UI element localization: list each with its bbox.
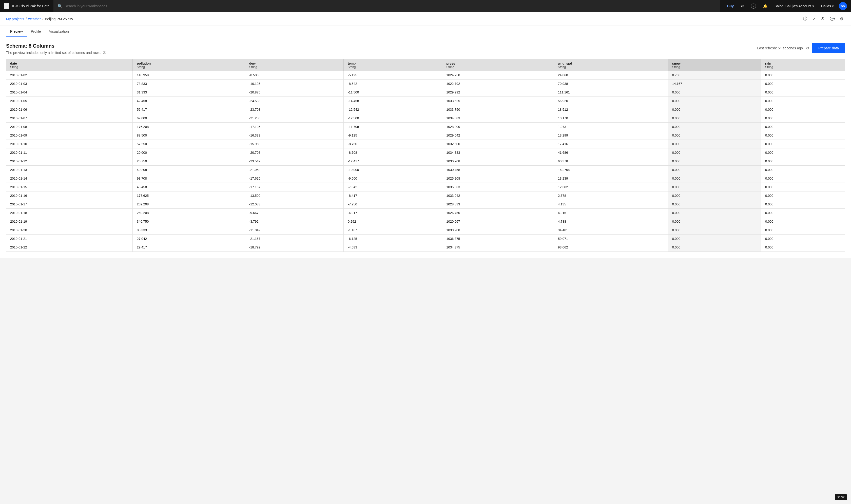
hamburger-menu[interactable]: ☰ — [4, 3, 9, 10]
buy-button[interactable]: Buy — [724, 0, 737, 12]
table-cell: 88.500 — [133, 131, 245, 140]
table-cell: -9.667 — [245, 209, 343, 217]
settings-button[interactable]: ⚙ — [838, 15, 845, 22]
table-cell: 0.000 — [668, 217, 761, 226]
table-cell: 93.062 — [554, 243, 668, 252]
table-cell: 0.000 — [761, 105, 845, 114]
table-cell: 1030.708 — [442, 157, 554, 166]
region-button[interactable]: Dallas ▾ — [818, 0, 837, 12]
table-cell: 0.000 — [761, 243, 845, 252]
table-row: 2010-01-17209.208-12.083-7.2501028.8334.… — [6, 200, 845, 209]
help-icon: ? — [751, 3, 756, 8]
table-cell: -1.167 — [344, 226, 442, 235]
transfer-icon-button[interactable]: ⇄ — [738, 0, 747, 12]
avatar[interactable]: SS — [839, 2, 847, 10]
table-cell: 2010-01-15 — [6, 183, 133, 192]
table-cell: 41.686 — [554, 148, 668, 157]
table-cell: 85.333 — [133, 226, 245, 235]
breadcrumb-actions: ⓘ ↗ ⏱ 💬 ⚙ — [802, 15, 845, 22]
table-row: 2010-01-0656.417-23.708-12.5421033.75018… — [6, 105, 845, 114]
table-cell: 2010-01-20 — [6, 226, 133, 235]
history-button[interactable]: ⏱ — [819, 16, 826, 22]
table-cell: 0.000 — [761, 97, 845, 105]
table-cell: -12.083 — [245, 200, 343, 209]
table-cell: -9.500 — [344, 174, 442, 183]
table-row: 2010-01-19340.750-3.7920.2921020.6674.78… — [6, 217, 845, 226]
table-cell: 2010-01-21 — [6, 235, 133, 243]
table-cell: -23.542 — [245, 157, 343, 166]
breadcrumb-my-projects[interactable]: My projects — [6, 17, 24, 21]
table-cell: 1022.792 — [442, 79, 554, 88]
table-cell: 20.750 — [133, 157, 245, 166]
table-cell: 145.958 — [133, 71, 245, 79]
table-cell: -23.708 — [245, 105, 343, 114]
notifications-button[interactable]: 🔔 — [760, 0, 771, 12]
table-cell: 29.417 — [133, 243, 245, 252]
table-cell: 260.208 — [133, 209, 245, 217]
table-cell: 0.000 — [668, 174, 761, 183]
refresh-button[interactable]: ↻ — [806, 46, 809, 51]
breadcrumb-weather[interactable]: weather — [28, 17, 41, 21]
table-cell: 10.170 — [554, 114, 668, 123]
tabs-bar: Preview Profile Visualization — [0, 26, 851, 37]
table-row: 2010-01-2229.417-18.792-4.5831034.37593.… — [6, 243, 845, 252]
table-cell: 2010-01-14 — [6, 174, 133, 183]
table-cell: 4.135 — [554, 200, 668, 209]
transfer-icon: ⇄ — [741, 4, 744, 8]
table-cell: 0.000 — [761, 166, 845, 174]
prepare-data-button[interactable]: Prepare data — [812, 43, 845, 53]
share-button[interactable]: ↗ — [811, 15, 817, 22]
table-cell: 1034.083 — [442, 114, 554, 123]
breadcrumb-separator: / — [26, 17, 27, 21]
table-cell: 0.000 — [668, 209, 761, 217]
table-cell: 0.000 — [761, 157, 845, 166]
table-cell: 0.000 — [761, 174, 845, 183]
table-cell: 1030.458 — [442, 166, 554, 174]
search-bar: 🔍 — [53, 0, 720, 12]
table-row: 2010-01-0769.000-21.250-12.5001034.08310… — [6, 114, 845, 123]
table-row: 2010-01-1120.000-20.708-8.7081034.33341.… — [6, 148, 845, 157]
table-cell: 1030.208 — [442, 226, 554, 235]
table-row: 2010-01-2085.333-11.042-1.1671030.20834.… — [6, 226, 845, 235]
table-cell: 1034.333 — [442, 148, 554, 157]
table-cell: -21.167 — [245, 235, 343, 243]
account-button[interactable]: Saloni Saluja's Account ▾ — [772, 0, 817, 12]
table-cell: -18.792 — [245, 243, 343, 252]
table-cell: -21.250 — [245, 114, 343, 123]
table-cell: 70.938 — [554, 79, 668, 88]
table-cell: 1036.375 — [442, 235, 554, 243]
table-row: 2010-01-0542.458-24.583-14.4581033.62556… — [6, 97, 845, 105]
table-cell: 0.000 — [668, 105, 761, 114]
table-cell: 0.000 — [668, 192, 761, 200]
search-input[interactable] — [65, 4, 716, 8]
tab-preview[interactable]: Preview — [6, 26, 27, 37]
table-cell: 1032.500 — [442, 140, 554, 148]
schema-header: Schema: 8 Columns The preview includes o… — [6, 43, 845, 55]
table-cell: 0.000 — [761, 131, 845, 140]
tab-profile[interactable]: Profile — [27, 26, 45, 37]
table-cell: 0.000 — [668, 243, 761, 252]
table-cell: 2010-01-17 — [6, 200, 133, 209]
comment-button[interactable]: 💬 — [828, 15, 836, 22]
table-cell: 2.678 — [554, 192, 668, 200]
table-cell: 2010-01-03 — [6, 79, 133, 88]
subtitle-info-icon[interactable]: ⓘ — [103, 50, 106, 55]
table-cell: 176.208 — [133, 123, 245, 131]
table-cell: 0.000 — [668, 114, 761, 123]
table-row: 2010-01-08176.208-17.125-11.7081028.0001… — [6, 123, 845, 131]
table-cell: -20.708 — [245, 148, 343, 157]
help-button[interactable]: ? — [748, 0, 759, 12]
table-cell: 2010-01-07 — [6, 114, 133, 123]
tab-visualization[interactable]: Visualization — [45, 26, 73, 37]
col-header-press: press String — [442, 59, 554, 71]
table-cell: -11.500 — [344, 88, 442, 97]
bell-icon: 🔔 — [763, 4, 767, 8]
table-cell: 0.000 — [761, 123, 845, 131]
table-header-row: date String pollution String dew String … — [6, 59, 845, 71]
info-icon-button[interactable]: ⓘ — [802, 15, 809, 22]
table-cell: 0.000 — [668, 157, 761, 166]
table-cell: 2010-01-04 — [6, 88, 133, 97]
table-cell: 0.000 — [668, 97, 761, 105]
col-header-wnd-spd: wnd_spd String — [554, 59, 668, 71]
table-cell: -4.583 — [344, 243, 442, 252]
